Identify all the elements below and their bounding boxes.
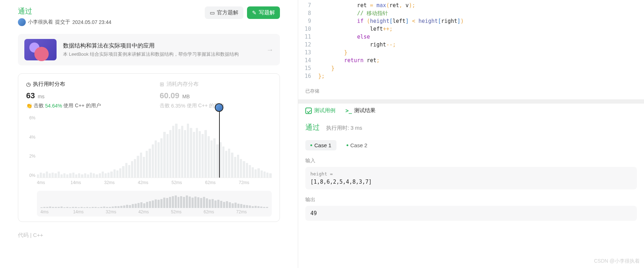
promo-desc: 本 LeetBook 结合实际项目案例来讲解算法和数据结构，帮你学习掌握算法和数… <box>63 51 260 58</box>
clap-icon: 👏 <box>26 103 32 109</box>
chart-x-axis: 4ms14ms32ms42ms52ms62ms72ms <box>37 180 272 185</box>
runtime-value: 63 <box>26 91 35 100</box>
result-tabs: 测试用例 >_ 测试结果 <box>298 99 644 118</box>
memory-beat-pct: 6.35% <box>171 103 185 109</box>
case-tab-2[interactable]: Case 2 <box>342 140 373 150</box>
submit-time: 2024.05.07 23:44 <box>72 19 111 25</box>
chart-bars[interactable] <box>37 115 272 178</box>
input-box[interactable]: height = [1,8,6,2,5,4,8,3,7] <box>305 167 637 189</box>
runtime-chart: 6%4%2%0% 4ms14ms32ms42ms52ms62ms72ms 4ms… <box>26 115 272 217</box>
watermark: CSDN @小李很执着 <box>594 258 640 264</box>
runtime-beat-pct: 54.64% <box>45 103 62 109</box>
case-tab-1[interactable]: Case 1 <box>305 140 336 150</box>
tab-testcase[interactable]: 测试用例 <box>305 107 335 114</box>
result-status: 通过 <box>305 123 320 132</box>
tab-result[interactable]: >_ 测试结果 <box>345 107 376 114</box>
stats-card: ◷执行用时分布 63 ms 👏 击败 54.64% 使用 C++ 的用户 ⊞消耗… <box>18 73 280 222</box>
memory-value: 60.09 <box>160 91 179 100</box>
avatar[interactable] <box>18 18 26 26</box>
code-editor[interactable]: 7 ret = max(ret, v);8 // 移动指针9 if (heigh… <box>298 0 644 83</box>
arrow-right-icon: → <box>266 46 273 54</box>
right-panel: 7 ret = max(ret, v);8 // 移动指针9 if (heigh… <box>298 0 644 268</box>
output-label: 输出 <box>305 197 637 203</box>
promo-title: 数据结构和算法在实际项目中的应用 <box>63 42 260 50</box>
submitter-row: 小李很执着 提交于 2024.05.07 23:44 <box>18 18 111 26</box>
submission-panel: 通过 小李很执着 提交于 2024.05.07 23:44 ▭ 官方题解 ✎ 写… <box>0 0 298 268</box>
chart-minimap[interactable]: 4ms14ms32ms42ms52ms62ms72ms <box>37 191 272 217</box>
edit-icon: ✎ <box>252 10 257 16</box>
book-icon: ▭ <box>210 10 215 16</box>
clock-icon: ◷ <box>26 81 31 88</box>
promo-thumbnail <box>24 39 57 60</box>
input-label: 输入 <box>305 158 637 164</box>
runtime-stat[interactable]: ◷执行用时分布 63 ms 👏 击败 54.64% 使用 C++ 的用户 <box>26 81 138 109</box>
memory-icon: ⊞ <box>160 81 164 88</box>
input-value: [1,8,6,2,5,4,8,3,7] <box>310 179 632 185</box>
output-box[interactable]: 49 <box>305 206 637 221</box>
promo-card[interactable]: 数据结构和算法在实际项目中的应用 本 LeetBook 结合实际项目案例来讲解算… <box>18 34 280 65</box>
terminal-icon: >_ <box>345 108 352 114</box>
status-dot-icon <box>347 144 348 146</box>
output-value: 49 <box>310 210 632 217</box>
save-status: 已存储 <box>298 83 644 99</box>
write-solution-button[interactable]: ✎ 写题解 <box>247 6 280 19</box>
status-text: 通过 <box>18 6 111 16</box>
official-solution-button[interactable]: ▭ 官方题解 <box>205 6 243 19</box>
check-icon <box>305 108 312 114</box>
code-section-label: 代码 | C++ <box>18 232 280 239</box>
chart-y-axis: 6%4%2%0% <box>27 115 37 178</box>
username[interactable]: 小李很执着 <box>28 19 53 25</box>
status-dot-icon <box>310 144 312 146</box>
submit-label: 提交于 <box>55 19 70 25</box>
result-time: 执行用时: 3 ms <box>326 125 362 131</box>
